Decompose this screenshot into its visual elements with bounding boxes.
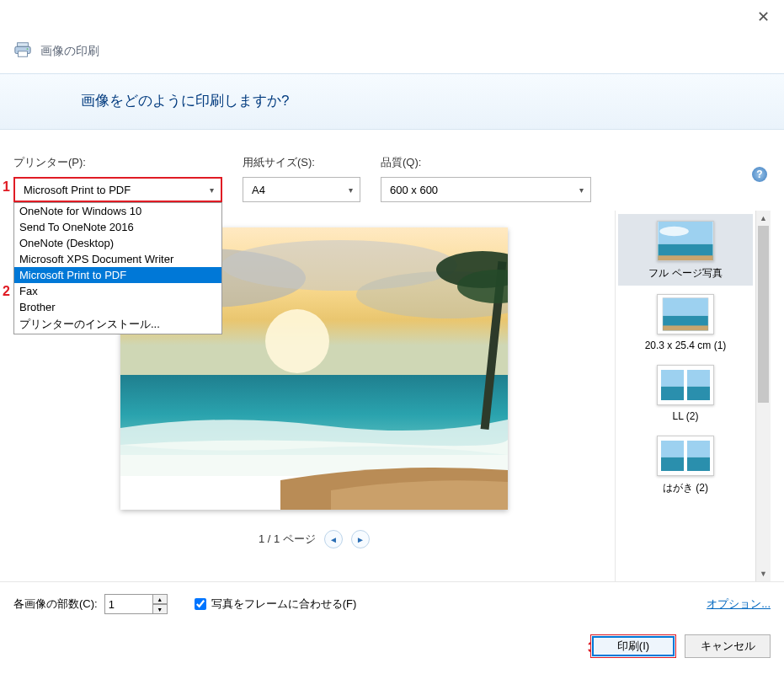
quality-selected-value: 600 x 600 xyxy=(390,184,438,196)
question-band: 画像をどのように印刷しますか? xyxy=(0,73,784,130)
pager: 1 / 1 ページ ◄ ► xyxy=(259,530,370,548)
template-caption: 20.3 x 25.4 cm (1) xyxy=(621,340,749,351)
annotation-1: 1 xyxy=(3,179,10,195)
printer-option[interactable]: Send To OneNote 2016 xyxy=(14,219,221,235)
scroll-up-button[interactable]: ▲ xyxy=(756,211,771,226)
dialog-title: 画像の印刷 xyxy=(40,44,99,59)
printer-option[interactable]: Brother xyxy=(14,299,221,315)
annotation-2: 2 xyxy=(3,284,10,299)
svg-rect-23 xyxy=(687,370,710,387)
svg-rect-25 xyxy=(661,441,684,457)
svg-rect-28 xyxy=(687,457,710,471)
copies-decrement[interactable]: ▼ xyxy=(152,604,168,614)
printer-icon xyxy=(13,40,32,62)
svg-rect-2 xyxy=(19,51,28,56)
template-thumb xyxy=(657,436,714,476)
template-caption: LL (2) xyxy=(621,410,749,422)
printer-option[interactable]: Microsoft XPS Document Writer xyxy=(14,251,221,267)
close-icon[interactable]: ✕ xyxy=(750,8,776,26)
copies-increment[interactable]: ▲ xyxy=(152,594,168,604)
svg-rect-20 xyxy=(663,325,708,330)
template-8x10[interactable]: 20.3 x 25.4 cm (1) xyxy=(618,287,753,356)
svg-rect-16 xyxy=(658,255,712,260)
prev-page-button[interactable]: ◄ xyxy=(324,530,343,548)
printer-option[interactable]: プリンターのインストール... xyxy=(14,315,221,334)
chevron-down-icon: ▾ xyxy=(210,185,214,195)
svg-rect-18 xyxy=(663,298,708,316)
controls-row: プリンター(P): Microsoft Print to PDF ▾ OneNo… xyxy=(0,130,784,211)
paper-label: 用紙サイズ(S): xyxy=(243,155,360,170)
template-caption: はがき (2) xyxy=(621,481,749,495)
svg-rect-27 xyxy=(687,441,710,457)
fit-frame-checkbox[interactable]: 写真をフレームに合わせる(F) xyxy=(195,596,357,612)
svg-rect-26 xyxy=(661,457,684,471)
svg-point-14 xyxy=(659,227,689,237)
quality-select[interactable]: 600 x 600 ▾ xyxy=(381,177,591,202)
quality-group: 品質(Q): 600 x 600 ▾ xyxy=(381,155,591,202)
copies-spinner: ▲ ▼ xyxy=(104,594,168,614)
help-icon[interactable]: ? xyxy=(752,167,767,182)
svg-point-3 xyxy=(27,48,29,50)
template-thumb xyxy=(657,365,714,405)
printer-selected-value: Microsoft Print to PDF xyxy=(24,184,131,196)
next-page-button[interactable]: ► xyxy=(351,530,370,548)
templates-pane: フル ページ写真 20.3 x 25.4 cm (1) LL (2) xyxy=(615,211,771,581)
svg-rect-22 xyxy=(661,387,684,400)
paper-select[interactable]: A4 ▾ xyxy=(243,177,360,202)
paper-group: 用紙サイズ(S): A4 ▾ xyxy=(243,155,360,202)
template-thumb xyxy=(657,294,714,334)
template-list: フル ページ写真 20.3 x 25.4 cm (1) LL (2) xyxy=(616,211,755,581)
cancel-button[interactable]: キャンセル xyxy=(685,634,771,658)
chevron-down-icon: ▾ xyxy=(579,185,584,195)
options-link[interactable]: オプション... xyxy=(707,596,771,612)
svg-rect-24 xyxy=(687,387,710,400)
fit-frame-input[interactable] xyxy=(195,598,206,610)
printer-option[interactable]: OneNote (Desktop) xyxy=(14,235,221,251)
template-ll[interactable]: LL (2) xyxy=(618,358,753,427)
page-indicator: 1 / 1 ページ xyxy=(259,532,316,547)
copies-label: 各画像の部数(C): xyxy=(13,596,98,612)
template-full-page[interactable]: フル ページ写真 xyxy=(618,214,753,286)
printer-option[interactable]: OneNote for Windows 10 xyxy=(14,203,221,219)
quality-label: 品質(Q): xyxy=(381,155,591,170)
chevron-down-icon: ▾ xyxy=(349,185,353,195)
svg-point-8 xyxy=(265,309,329,373)
printer-dropdown: OneNote for Windows 10 Send To OneNote 2… xyxy=(13,202,222,334)
scroll-down-button[interactable]: ▼ xyxy=(756,566,771,581)
paper-selected-value: A4 xyxy=(252,184,265,196)
scroll-track[interactable] xyxy=(756,226,771,566)
dialog-header: 画像の印刷 xyxy=(0,34,784,73)
printer-option-selected[interactable]: Microsoft Print to PDF xyxy=(14,267,221,283)
copies-input[interactable] xyxy=(104,594,153,614)
print-button[interactable]: 印刷(I) xyxy=(590,634,676,658)
bottom-options: 各画像の部数(C): ▲ ▼ 写真をフレームに合わせる(F) オプション... xyxy=(0,581,784,626)
template-scrollbar[interactable]: ▲ ▼ xyxy=(755,211,771,581)
printer-group: プリンター(P): Microsoft Print to PDF ▾ OneNo… xyxy=(13,155,222,202)
template-thumb xyxy=(657,221,714,261)
printer-select[interactable]: Microsoft Print to PDF ▾ xyxy=(13,177,222,202)
template-hagaki[interactable]: はがき (2) xyxy=(618,429,753,500)
action-row: 印刷(I) キャンセル xyxy=(0,626,784,670)
titlebar: ✕ xyxy=(0,0,784,34)
question-text: 画像をどのように印刷しますか? xyxy=(81,93,289,109)
printer-select-wrap: Microsoft Print to PDF ▾ OneNote for Win… xyxy=(13,177,222,202)
scroll-thumb[interactable] xyxy=(758,226,769,403)
template-caption: フル ページ写真 xyxy=(621,266,749,281)
fit-frame-label: 写真をフレームに合わせる(F) xyxy=(211,596,357,612)
printer-label: プリンター(P): xyxy=(13,155,222,170)
svg-rect-21 xyxy=(661,370,684,387)
printer-option[interactable]: Fax xyxy=(14,283,221,299)
svg-rect-0 xyxy=(18,43,29,47)
